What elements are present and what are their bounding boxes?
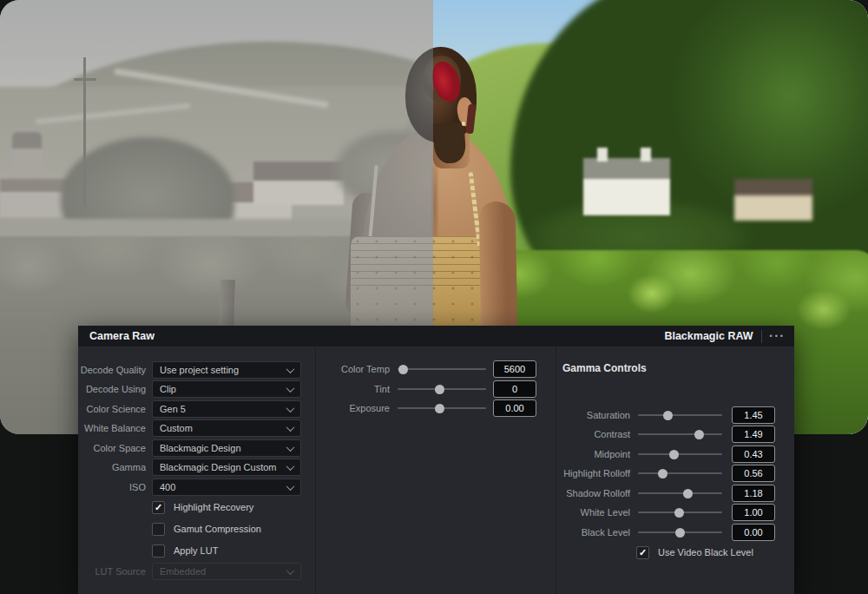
field-label: Color Space <box>78 443 146 453</box>
value-text: 0.00 <box>505 403 523 413</box>
slider-thumb[interactable] <box>435 385 444 394</box>
panel-header: Camera Raw Blackmagic RAW ••• <box>78 326 794 346</box>
highlight-rolloff-value[interactable]: 0.56 <box>732 465 775 482</box>
field-label: Gamma <box>78 462 146 472</box>
use-video-black-level-row: ✓ Use Video Black Level <box>636 544 753 561</box>
field-label: Tint <box>324 384 390 394</box>
panel-title: Camera Raw <box>89 330 155 342</box>
color-space-dropdown[interactable]: Blackmagic Design <box>152 439 301 457</box>
black-level-row: Black Level 0.00 <box>548 524 775 541</box>
field-label: LUT Source <box>78 566 146 577</box>
slider-thumb[interactable] <box>435 404 444 413</box>
field-label: Black Level <box>548 527 630 538</box>
apply-lut-row: ✓ Apply LUT <box>152 542 218 559</box>
gamut-compression-row: ✓ Gamut Compression <box>152 520 261 538</box>
decode-quality-dropdown[interactable]: Use project setting <box>152 361 301 379</box>
apply-lut-checkbox[interactable]: ✓ <box>152 544 165 558</box>
slider-thumb[interactable] <box>398 365 408 374</box>
color-space-row: Color Space Blackmagic Design <box>78 439 301 457</box>
checkbox-label: Use Video Black Level <box>658 547 753 558</box>
value-text: 0.56 <box>744 468 762 478</box>
checkbox-label: Highlight Recovery <box>174 502 253 512</box>
white-balance-dropdown[interactable]: Custom <box>152 419 301 437</box>
black-level-slider[interactable] <box>638 531 722 533</box>
slider-thumb[interactable] <box>675 528 685 538</box>
dropdown-value: Blackmagic Design Custom <box>160 462 277 472</box>
gamma-row: Gamma Blackmagic Design Custom <box>78 459 301 476</box>
dropdown-value: Gen 5 <box>160 404 186 414</box>
exposure-slider[interactable] <box>398 407 486 409</box>
chevron-down-icon <box>286 566 295 575</box>
contrast-slider[interactable] <box>638 433 722 435</box>
contrast-row: Contrast 1.49 <box>548 426 775 443</box>
shadow-rolloff-row: Shadow Rolloff 1.18 <box>548 485 775 502</box>
dropdown-value: Clip <box>160 384 176 394</box>
decode-using-dropdown[interactable]: Clip <box>152 380 301 398</box>
checkbox-label: Gamut Compression <box>174 524 261 534</box>
black-level-value[interactable]: 0.00 <box>732 524 775 541</box>
slider-thumb[interactable] <box>683 489 693 498</box>
field-label: White Level <box>548 507 630 518</box>
highlight-rolloff-slider[interactable] <box>638 472 722 474</box>
decode-quality-row: Decode Quality Use project setting <box>78 361 301 379</box>
slider-thumb[interactable] <box>694 430 704 439</box>
highlight-recovery-row: ✓ Highlight Recovery <box>152 498 253 516</box>
field-label: Decode Quality <box>78 365 146 375</box>
check-icon: ✓ <box>155 503 162 512</box>
color-science-row: Color Science Gen 5 <box>78 400 301 418</box>
field-label: Shadow Rolloff <box>548 488 630 498</box>
field-label: Exposure <box>324 403 390 413</box>
contrast-value[interactable]: 1.49 <box>732 426 775 443</box>
highlight-rolloff-row: Highlight Rolloff 0.56 <box>548 465 775 482</box>
exposure-value[interactable]: 0.00 <box>493 399 536 417</box>
shadow-rolloff-value[interactable]: 1.18 <box>732 485 775 502</box>
lut-source-row: LUT Source Embedded <box>78 563 301 580</box>
slider-thumb[interactable] <box>669 450 679 459</box>
saturation-value[interactable]: 1.45 <box>732 406 775 424</box>
white-house <box>583 158 670 215</box>
tint-slider[interactable] <box>398 388 486 390</box>
white-level-slider[interactable] <box>638 512 722 513</box>
gamut-compression-checkbox[interactable]: ✓ <box>152 523 165 536</box>
chevron-down-icon <box>286 482 295 491</box>
shadow-rolloff-slider[interactable] <box>638 492 722 494</box>
tint-row: Tint 0 <box>324 380 536 398</box>
use-video-black-level-checkbox[interactable]: ✓ <box>636 546 649 559</box>
gamma-dropdown[interactable]: Blackmagic Design Custom <box>152 459 301 476</box>
iso-dropdown[interactable]: 400 <box>152 478 301 496</box>
white-level-value[interactable]: 1.00 <box>732 504 775 521</box>
lut-source-dropdown: Embedded <box>152 563 301 580</box>
color-temp-value[interactable]: 5600 <box>493 360 536 378</box>
color-science-dropdown[interactable]: Gen 5 <box>152 400 301 418</box>
dropdown-value: Blackmagic Design <box>160 443 241 453</box>
check-icon: ✓ <box>639 548 647 558</box>
saturation-slider[interactable] <box>638 414 722 416</box>
field-label: Decode Using <box>78 384 146 394</box>
saturation-row: Saturation 1.45 <box>548 406 775 424</box>
value-text: 0.00 <box>744 527 762 538</box>
slider-thumb[interactable] <box>663 411 673 420</box>
dropdown-value: Use project setting <box>160 365 239 375</box>
color-temp-row: Color Temp 5600 <box>324 360 536 378</box>
midpoint-value[interactable]: 0.43 <box>732 446 775 463</box>
highlight-recovery-checkbox[interactable]: ✓ <box>152 501 165 514</box>
color-temp-slider[interactable] <box>398 368 486 370</box>
slider-thumb[interactable] <box>674 508 684 518</box>
midpoint-slider[interactable] <box>638 453 722 455</box>
farm-house <box>734 179 812 221</box>
gamma-controls-title: Gamma Controls <box>562 362 647 374</box>
white-balance-row: White Balance Custom <box>78 419 301 437</box>
codec-name: Blackmagic RAW <box>664 330 753 342</box>
midpoint-row: Midpoint 0.43 <box>548 446 775 463</box>
decode-using-row: Decode Using Clip <box>78 380 301 398</box>
tint-value[interactable]: 0 <box>493 380 536 398</box>
slider-thumb[interactable] <box>658 469 667 478</box>
value-text: 1.00 <box>744 507 762 518</box>
chevron-down-icon <box>286 365 295 373</box>
power-pole-crossbar <box>74 78 96 81</box>
field-label: Color Science <box>78 404 146 414</box>
woman-hair-nape <box>433 122 467 164</box>
field-label: White Balance <box>78 423 146 433</box>
options-menu-icon[interactable]: ••• <box>770 333 786 340</box>
chevron-down-icon <box>286 462 295 471</box>
